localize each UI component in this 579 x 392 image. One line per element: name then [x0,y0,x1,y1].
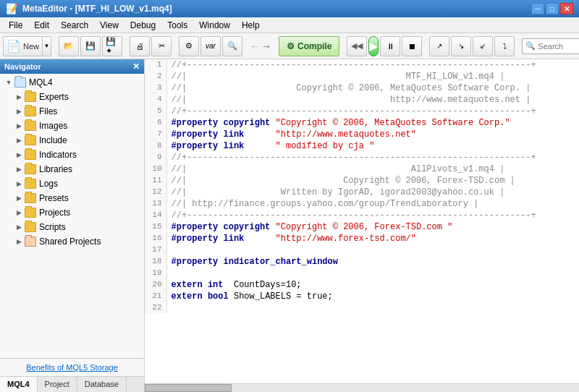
back-button[interactable]: ← [250,36,260,56]
code-content: extern int CountDays=10; [166,279,579,291]
tree-mql4[interactable]: ▼ MQL4 [0,75,144,90]
debug4-button[interactable]: ⤵ [494,36,515,56]
code-content: #property copyright "Copyright © 2006, M… [166,117,579,129]
code-content: #property link " modified by cja " [166,140,579,152]
tree-indicators[interactable]: ▶ Indicators [0,148,144,162]
title-bar: 📝 MetaEditor - [MTF_HI_LOW_v1.mq4] ─ □ ✕ [0,0,579,17]
logs-label: Logs [39,179,58,189]
line-number: 22 [145,302,166,314]
projects-expander: ▶ [13,207,25,218]
debug1-button[interactable]: ↗ [429,36,449,56]
shared-projects-label: Shared Projects [39,237,101,247]
files-expander: ▶ [13,106,25,117]
mql5-storage-link[interactable]: Benefits of MQL5 Storage [4,363,140,372]
code-content: //| Written by IgorAD, igorad2003@yahoo.… [166,187,579,198]
debug2-icon: ↘ [458,42,464,50]
pause-icon: ⏸ [386,42,394,51]
tree-presets[interactable]: ▶ Presets [0,191,144,205]
print-button[interactable]: 🖨 [130,36,150,56]
code-content [166,302,579,314]
tab-project[interactable]: Project [38,377,77,392]
experts-folder-icon [25,92,36,102]
watch-button[interactable]: 🔍 [222,36,242,56]
main-layout: Navigator ✕ ▼ MQL4 ▶ Experts ▶ Files [0,59,579,392]
tree-scripts[interactable]: ▶ Scripts [0,220,144,234]
forward-button[interactable]: → [261,36,271,56]
tab-mql4[interactable]: MQL4 [0,377,38,392]
images-folder-icon [25,121,36,131]
images-expander: ▶ [13,120,25,132]
save-icon: 💾 [85,41,96,51]
minimize-button[interactable]: ─ [531,3,544,14]
debug2-button[interactable]: ↘ [451,36,471,56]
menu-file[interactable]: File [3,19,28,32]
include-label: Include [39,135,67,145]
play-icon: ▶ [369,39,378,53]
scripts-label: Scripts [39,222,66,232]
line-number: 12 [145,187,166,198]
line-number: 14 [145,210,166,221]
tree-images[interactable]: ▶ Images [0,119,144,133]
tree-logs[interactable]: ▶ Logs [0,176,144,191]
code-area[interactable]: 1 //+-----------------------------------… [145,59,579,383]
tree-experts[interactable]: ▶ Experts [0,90,144,104]
navigator-tabs: MQL4 Project Database [0,376,144,392]
table-row: 5 //+-----------------------------------… [145,106,579,117]
navigator-tree: ▼ MQL4 ▶ Experts ▶ Files ▶ Images [0,74,144,358]
table-row: 14 //+----------------------------------… [145,210,579,221]
menu-search[interactable]: Search [55,19,94,32]
properties-button[interactable]: ⚙ [179,36,199,56]
save-button[interactable]: 💾 [80,36,101,56]
projects-folder-icon [25,208,36,218]
menu-debug[interactable]: Debug [124,19,161,32]
open-button[interactable]: 📂 [59,36,79,56]
cut-button[interactable]: ✂ [151,36,172,56]
close-button[interactable]: ✕ [560,3,573,14]
line-number: 9 [145,152,166,163]
title-text: MetaEditor - [MTF_HI_LOW_v1.mq4] [22,4,172,14]
code-content: //| AllPivots_v1.mq4 | [166,163,579,175]
search-input[interactable] [538,42,579,51]
new-button[interactable]: 📄 New [3,36,43,56]
play-button[interactable]: ▶ [368,36,379,56]
scrollbar-thumb[interactable] [145,384,232,392]
menu-help[interactable]: Help [236,19,266,32]
var-button-group: var [200,36,221,56]
tree-shared-projects[interactable]: ▶ Shared Projects [0,234,144,249]
code-content: extern bool Show_LABELS = true; [166,291,579,302]
libraries-folder-icon [25,164,36,174]
pause-button[interactable]: ⏸ [380,36,400,56]
menu-window[interactable]: Window [193,19,236,32]
compile-button[interactable]: ⚙ Compile [279,36,339,56]
projects-label: Projects [39,208,70,218]
table-row: 8 #property link " modified by cja " [145,140,579,152]
line-number: 18 [145,256,166,268]
stop-button[interactable]: ◀◀ [347,36,367,56]
debug3-button[interactable]: ↙ [473,36,493,56]
tree-libraries[interactable]: ▶ Libraries [0,162,144,176]
maximize-button[interactable]: □ [546,3,559,14]
menu-edit[interactable]: Edit [28,19,55,32]
code-content: //| Copyright © 2006, MetaQuotes Softwar… [166,82,579,94]
experts-label: Experts [39,92,69,102]
menu-view[interactable]: View [94,19,124,32]
line-number: 2 [145,71,166,82]
navigator-panel: Navigator ✕ ▼ MQL4 ▶ Experts ▶ Files [0,59,145,392]
new-dropdown[interactable]: ▼ [43,36,51,56]
tab-database[interactable]: Database [77,377,127,392]
tree-include[interactable]: ▶ Include [0,133,144,148]
line-number: 17 [145,244,166,256]
images-label: Images [39,121,67,131]
stop2-button[interactable]: ⏹ [402,36,422,56]
navigator-close-button[interactable]: ✕ [132,61,140,72]
tree-projects[interactable]: ▶ Projects [0,205,144,220]
horizontal-scrollbar[interactable] [145,383,579,392]
var-button[interactable]: var [200,36,221,56]
tree-files[interactable]: ▶ Files [0,104,144,119]
table-row: 19 [145,268,579,279]
menu-tools[interactable]: Tools [161,19,193,32]
code-content: //+-------------------------------------… [166,59,579,71]
table-row: 2 //| MTF_HI_LOW_v1.mq4 | [145,71,579,82]
code-content: #property copyright "Copyright © 2006, F… [166,221,579,233]
save-all-button[interactable]: 💾✦ [102,36,122,56]
